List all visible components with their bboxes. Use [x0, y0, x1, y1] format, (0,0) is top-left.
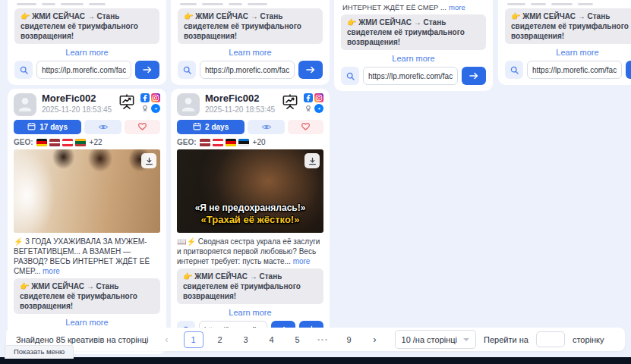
- bottom-dock-bar: [0, 357, 631, 364]
- clipped-description-text: ИНТЕРНЕТ ЖДЁТ ЕЁ СМЕР ...: [342, 3, 446, 11]
- column-2: 👉 ЖМИ СЕЙЧАС → Стань свидетелем её триум…: [171, 0, 330, 344]
- creative-image[interactable]: [14, 149, 160, 233]
- geo-label: GEO:: [14, 138, 33, 146]
- pages-ellipsis[interactable]: •••: [314, 332, 333, 347]
- days-active-button[interactable]: 17 days: [14, 120, 81, 134]
- learn-more-link[interactable]: Learn more: [14, 48, 159, 57]
- stats-chart-icon[interactable]: [282, 94, 298, 112]
- cta-text: 👉 ЖМИ СЕЙЧАС → Стань свидетелем её триум…: [178, 8, 323, 44]
- search-icon[interactable]: [505, 61, 523, 79]
- cta-text: 👉 ЖМИ СЕЙЧАС → Стань свидетелем её триум…: [341, 14, 486, 50]
- account-name: MoreFic002: [205, 93, 275, 104]
- page-button-5[interactable]: 5: [289, 332, 307, 347]
- account-name: MoreFic002: [42, 93, 112, 104]
- show-menu-button[interactable]: Показать меню: [5, 345, 74, 359]
- page-button-3[interactable]: 3: [237, 332, 255, 347]
- learn-more-link[interactable]: Learn more: [341, 54, 486, 63]
- creative-card: MoreFic002 2025-11-20 18:53:45 17 days: [8, 89, 166, 354]
- flag-icon: [62, 139, 73, 146]
- creative-header: MoreFic002 2025-11-20 18:53:45: [14, 93, 160, 116]
- landing-url-input[interactable]: [527, 61, 622, 79]
- learn-more-link[interactable]: Learn more: [14, 318, 160, 327]
- next-page-button[interactable]: ›: [366, 332, 384, 347]
- flag-icon: [200, 139, 210, 146]
- clipped-description: ИНТЕРНЕТ ЖДЁТ ЕЁ СМЕР ...more: [342, 3, 484, 11]
- instagram-icon: [151, 93, 160, 102]
- favorite-button[interactable]: [288, 120, 323, 134]
- stats-chart-icon[interactable]: [118, 94, 135, 112]
- clipped-text: [178, 3, 323, 5]
- creative-image[interactable]: «Я не предохранялась!» «Трахай её жёстко…: [177, 149, 323, 233]
- more-link[interactable]: more: [293, 257, 311, 265]
- search-icon[interactable]: [178, 61, 196, 79]
- facebook-icon: [140, 93, 150, 102]
- page-button-1[interactable]: 1: [184, 331, 203, 348]
- favorite-button[interactable]: [125, 120, 160, 134]
- overlay-line-2: «Трахай её жёстко!»: [177, 214, 323, 226]
- learn-more-link[interactable]: Learn more: [177, 308, 323, 317]
- days-active-button[interactable]: 2 days: [177, 120, 245, 134]
- action-buttons: 2 days: [177, 120, 323, 134]
- search-icon[interactable]: [14, 61, 33, 79]
- landing-url-input[interactable]: [200, 61, 295, 79]
- geo-more-count: +20: [253, 138, 266, 146]
- heart-icon: [301, 121, 311, 133]
- learn-more-link[interactable]: Learn more: [505, 48, 631, 57]
- url-row: [505, 61, 631, 79]
- cta-text: 👉 ЖМИ СЕЙЧАС → Стань свидетелем её триум…: [505, 8, 631, 44]
- creative-card: MoreFic002 2025-11-20 18:53:45 2 days: [171, 89, 330, 344]
- network-icons: [140, 93, 160, 113]
- creative-card-partial: ИНТЕРНЕТ ЖДЁТ ЕЁ СМЕР ...more 👉 ЖМИ СЕЙЧ…: [334, 0, 493, 91]
- creative-date: 2025-11-20 18:53:45: [42, 105, 112, 114]
- flag-icon: [36, 139, 47, 146]
- page-button-last[interactable]: 9: [340, 332, 358, 347]
- cta-text: 👉 ЖМИ СЕЙЧАС → Стань свидетелем её триум…: [14, 8, 159, 44]
- creative-card-partial: 👉 ЖМИ СЕЙЧАС → Стань свидетелем её триум…: [171, 0, 330, 85]
- views-button[interactable]: [84, 120, 121, 134]
- landing-url-input[interactable]: [363, 67, 458, 85]
- person-icon: [15, 93, 35, 116]
- page-button-2[interactable]: 2: [211, 332, 229, 347]
- flag-icon: [75, 139, 86, 146]
- goto-page-suffix: сторінку: [573, 335, 604, 344]
- download-image-icon[interactable]: [141, 153, 156, 168]
- open-url-button[interactable]: [298, 61, 323, 79]
- url-row: [14, 61, 159, 79]
- download-image-icon[interactable]: [304, 153, 320, 168]
- more-link[interactable]: more: [43, 267, 60, 275]
- account-info: MoreFic002 2025-11-20 18:53:45: [42, 93, 112, 114]
- learn-more-link[interactable]: Learn more: [178, 48, 323, 57]
- column-4: 👉 ЖМИ СЕЙЧАС → Стань свидетелем её триум…: [498, 0, 631, 85]
- header-icons: [282, 93, 323, 113]
- geo-row: GEO: +22: [14, 138, 160, 146]
- messenger-icon: [314, 104, 323, 113]
- results-count: Знайдено 85 креативів на сторінці: [16, 335, 149, 344]
- chevron-right-icon: ›: [373, 334, 376, 345]
- creative-card-partial: 👉 ЖМИ СЕЙЧАС → Стань свидетелем её триум…: [8, 0, 166, 85]
- views-button[interactable]: [248, 120, 285, 134]
- header-icons: [118, 93, 160, 113]
- overlay-line-1: «Я не предохранялась!»: [177, 202, 323, 214]
- creative-card-partial: 👉 ЖМИ СЕЙЧАС → Стань свидетелем её триум…: [498, 0, 631, 85]
- open-url-button[interactable]: [626, 61, 631, 79]
- creative-description: ⚡ 3 ГОДА УХАЖИВАЛА ЗА МУЖЕМ-ВЕГЕТАТИВЦЕМ…: [14, 237, 160, 276]
- flag-icon: [226, 139, 236, 146]
- avatar: [14, 93, 36, 116]
- creative-header: MoreFic002 2025-11-20 18:53:45: [177, 93, 323, 116]
- open-url-button[interactable]: [462, 67, 486, 85]
- goto-page-input[interactable]: [536, 331, 565, 347]
- calendar-icon: [27, 122, 36, 132]
- page-size-select[interactable]: 10 /на сторінці: [395, 330, 477, 349]
- landing-url-input[interactable]: [36, 61, 131, 79]
- clipped-text: [14, 3, 159, 5]
- avatar: [177, 93, 200, 116]
- instagram-icon: [314, 93, 323, 102]
- arrow-right-icon: [306, 64, 315, 76]
- open-url-button[interactable]: [135, 61, 159, 79]
- geo-row: GEO: +20: [177, 138, 323, 146]
- prev-page-button[interactable]: ‹: [158, 332, 176, 347]
- more-link[interactable]: more: [449, 3, 465, 11]
- flag-icon: [213, 139, 223, 146]
- search-icon[interactable]: [341, 67, 359, 85]
- page-button-4[interactable]: 4: [263, 332, 281, 347]
